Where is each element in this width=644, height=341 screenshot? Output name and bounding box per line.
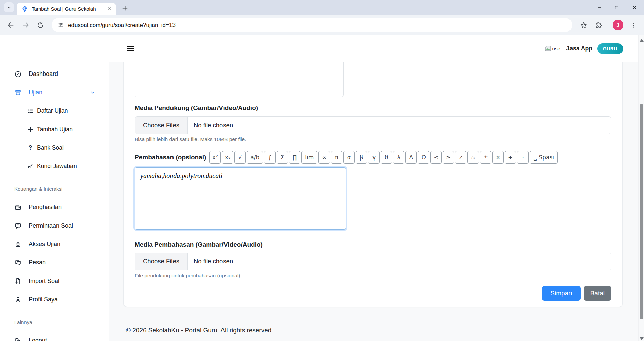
scrollbar-up-arrow[interactable] bbox=[640, 39, 644, 42]
user-avatar-broken-image: use bbox=[545, 46, 561, 51]
back-button[interactable] bbox=[4, 18, 17, 32]
puzzle-icon bbox=[595, 21, 602, 29]
math-symbol-button-sqrt[interactable]: √ bbox=[234, 151, 246, 164]
sidebar-item-import-soal[interactable]: Import Soal bbox=[0, 272, 109, 290]
maximize-icon bbox=[614, 5, 619, 10]
math-symbol-button-gamma[interactable]: γ bbox=[368, 151, 380, 164]
kebab-menu-icon bbox=[630, 22, 636, 28]
math-symbol-button-delta[interactable]: Δ bbox=[405, 151, 417, 164]
scrollbar-thumb[interactable] bbox=[640, 104, 643, 319]
chevron-down-icon bbox=[7, 5, 12, 10]
list-icon bbox=[27, 108, 34, 114]
sidebar-item-tambah-ujian[interactable]: Tambah Ujian bbox=[0, 120, 109, 139]
math-symbol-button-omega[interactable]: Ω bbox=[418, 151, 429, 164]
page-scrollbar[interactable] bbox=[638, 35, 644, 341]
math-symbol-button-space[interactable]: ␣ Spasi bbox=[530, 151, 558, 164]
media-pembahasan-label: Media Pembahasan (Gambar/Video/Audio) bbox=[135, 241, 611, 248]
math-symbol-button-infinity[interactable]: ∞ bbox=[318, 151, 330, 164]
choose-files-button[interactable]: Choose Files bbox=[135, 253, 188, 270]
tab-close-button[interactable] bbox=[106, 6, 113, 12]
scrollbar-down-arrow[interactable] bbox=[640, 337, 644, 340]
pembahasan-textarea[interactable]: yamaha,honda,polytron,ducati bbox=[135, 167, 346, 230]
choose-files-button[interactable]: Choose Files bbox=[135, 117, 188, 134]
math-symbol-button-theta[interactable]: θ bbox=[381, 151, 392, 164]
math-symbol-button-fraction[interactable]: a/b bbox=[247, 151, 263, 164]
sidebar-item-label: Permintaan Soal bbox=[29, 222, 73, 229]
sidebar-item-label: Penghasilan bbox=[29, 204, 62, 211]
header-user-cluster[interactable]: use Jasa App GURU bbox=[545, 43, 623, 54]
sidebar: Dashboard Ujian Daftar Ujian Tambah Ujia… bbox=[0, 35, 109, 341]
sidebar-item-label: Import Soal bbox=[29, 278, 59, 285]
math-symbol-button-dot[interactable]: · bbox=[517, 151, 529, 164]
media-pembahasan-file-input[interactable]: Choose Files No file chosen bbox=[135, 253, 611, 270]
form-actions: Simpan Batal bbox=[135, 286, 611, 301]
sidebar-item-pesan[interactable]: Pesan bbox=[0, 253, 109, 272]
file-status-text: No file chosen bbox=[188, 117, 233, 134]
sidebar-item-dashboard[interactable]: Dashboard bbox=[0, 65, 109, 83]
math-symbol-button-lim[interactable]: lim bbox=[301, 151, 317, 164]
media-pendukung-helper: Bisa pilih lebih dari satu file. Maks 10… bbox=[135, 136, 611, 142]
sidebar-item-permintaan-soal[interactable]: Permintaan Soal bbox=[0, 216, 109, 235]
browser-menu-button[interactable] bbox=[627, 18, 640, 32]
bookmark-star-button[interactable] bbox=[577, 18, 590, 32]
sidebar-item-label: Daftar Ujian bbox=[37, 107, 68, 114]
plus-icon bbox=[121, 5, 129, 12]
window-minimize-button[interactable] bbox=[594, 3, 604, 13]
window-close-button[interactable] bbox=[629, 3, 639, 13]
import-icon bbox=[14, 278, 22, 285]
math-symbol-button-times[interactable]: × bbox=[492, 151, 504, 164]
forward-button[interactable] bbox=[19, 18, 32, 32]
close-icon bbox=[107, 7, 112, 11]
sidebar-item-akses-ujian[interactable]: Akses Ujian bbox=[0, 235, 109, 253]
chevron-down-icon bbox=[90, 90, 96, 95]
extensions-button[interactable] bbox=[592, 18, 605, 32]
math-symbol-button-neq[interactable]: ≠ bbox=[455, 151, 466, 164]
sidebar-item-kunci-jawaban[interactable]: Kunci Jawaban bbox=[0, 157, 109, 176]
gauge-icon bbox=[14, 70, 22, 78]
brand-name: Jasa App bbox=[566, 45, 592, 52]
math-symbol-button-plusminus[interactable]: ± bbox=[480, 151, 491, 164]
math-symbol-button-product[interactable]: ∏ bbox=[289, 151, 300, 164]
sidebar-item-ujian[interactable]: Ujian bbox=[0, 83, 109, 102]
math-symbol-button-alpha[interactable]: α bbox=[343, 151, 355, 164]
math-symbol-button-beta[interactable]: β bbox=[356, 151, 367, 164]
math-symbol-button-integral[interactable]: ∫ bbox=[264, 151, 276, 164]
question-textarea-partial[interactable] bbox=[135, 62, 344, 97]
sidebar-item-daftar-ujian[interactable]: Daftar Ujian bbox=[0, 102, 109, 120]
browser-tab-active[interactable]: Tambah Soal | Guru Sekolah bbox=[17, 3, 116, 15]
window-controls bbox=[594, 0, 642, 15]
tab-title: Tambah Soal | Guru Sekolah bbox=[32, 6, 103, 12]
browser-tab-strip: Tambah Soal | Guru Sekolah bbox=[0, 0, 644, 15]
wallet-icon bbox=[14, 204, 22, 211]
pembahasan-label: Pembahasan (opsional) bbox=[135, 154, 206, 161]
reload-button[interactable] bbox=[34, 18, 47, 32]
math-symbol-button-gte[interactable]: ≥ bbox=[443, 151, 454, 164]
math-symbol-button-pi[interactable]: π bbox=[331, 151, 342, 164]
sidebar-item-logout[interactable]: Logout bbox=[0, 331, 109, 341]
tab-search-button[interactable] bbox=[4, 2, 14, 12]
math-symbol-button-superscript[interactable]: x² bbox=[209, 151, 221, 164]
browser-profile-avatar[interactable]: J bbox=[613, 20, 623, 30]
math-symbol-button-sigma[interactable]: Σ bbox=[277, 151, 288, 164]
url-bar[interactable]: edusoal.com/guru/soal/create?ujian_id=13 bbox=[52, 18, 572, 32]
star-icon bbox=[580, 21, 587, 29]
sidebar-item-label: Kunci Jawaban bbox=[37, 163, 77, 170]
chat-icon bbox=[14, 222, 22, 230]
cancel-button[interactable]: Batal bbox=[584, 286, 611, 301]
sidebar-item-bank-soal[interactable]: ? Bank Soal bbox=[0, 139, 109, 157]
url-text: edusoal.com/guru/soal/create?ujian_id=13 bbox=[68, 22, 176, 29]
sidebar-item-profil-saya[interactable]: Profil Saya bbox=[0, 290, 109, 309]
math-symbol-button-approx[interactable]: ≈ bbox=[467, 151, 479, 164]
math-symbol-button-lambda[interactable]: λ bbox=[393, 151, 404, 164]
math-symbol-button-lte[interactable]: ≤ bbox=[430, 151, 442, 164]
math-symbol-button-subscript[interactable]: x₂ bbox=[222, 151, 233, 164]
math-symbol-button-divide[interactable]: ÷ bbox=[505, 151, 516, 164]
sidebar-toggle-button[interactable] bbox=[126, 44, 135, 53]
save-button[interactable]: Simpan bbox=[542, 286, 580, 301]
sidebar-section-keuangan: Keuangan & Interaksi bbox=[0, 180, 109, 198]
sidebar-item-penghasilan[interactable]: Penghasilan bbox=[0, 198, 109, 216]
site-info-tune-icon bbox=[58, 22, 64, 28]
new-tab-button[interactable] bbox=[121, 5, 129, 12]
media-pendukung-file-input[interactable]: Choose Files No file chosen bbox=[135, 116, 611, 134]
window-maximize-button[interactable] bbox=[612, 3, 622, 13]
